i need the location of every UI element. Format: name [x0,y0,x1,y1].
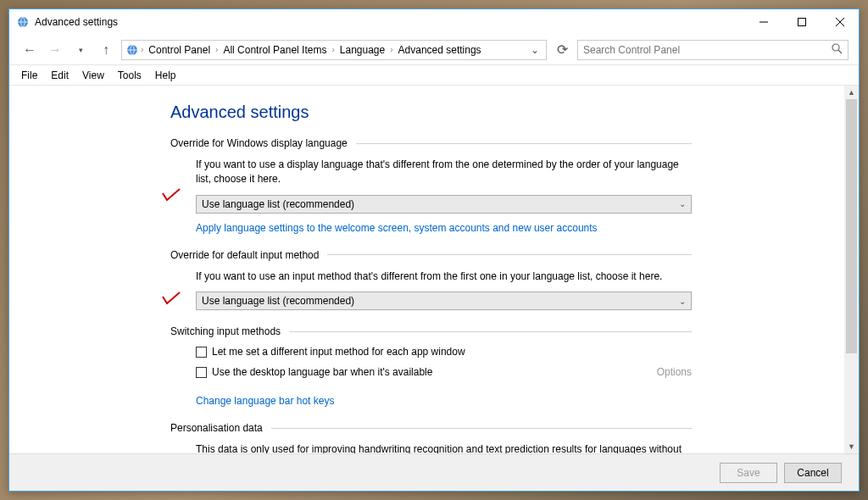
svg-point-6 [832,44,839,51]
menu-help[interactable]: Help [150,68,181,83]
breadcrumb-item[interactable]: Control Panel [145,42,214,58]
chevron-right-icon: › [331,45,334,54]
input-method-desc: If you want to use an input method that'… [196,269,692,284]
save-button[interactable]: Save [720,463,777,483]
chevron-down-icon: ⌄ [679,297,686,306]
back-button[interactable]: ← [19,40,40,60]
scroll-down-icon[interactable]: ▼ [844,440,859,453]
chevron-right-icon: › [141,45,143,54]
breadcrumb-item[interactable]: Language [337,42,388,58]
page-title: Advanced settings [170,103,692,122]
chevron-right-icon: › [390,45,392,54]
section-display-language-header: Override for Windows display language [170,137,692,149]
menu-edit[interactable]: Edit [46,68,74,83]
up-button[interactable]: ↑ [96,40,116,60]
navbar: ← → ▾ ↑ › Control Panel › All Control Pa… [9,35,859,65]
desktop-language-bar-checkbox[interactable] [196,367,207,378]
footer: Save Cancel [9,453,859,491]
search-icon [832,42,843,58]
breadcrumb[interactable]: › Control Panel › All Control Panel Item… [121,40,547,60]
forward-button[interactable]: → [45,40,65,60]
menu-view[interactable]: View [77,68,109,83]
section-input-method-header: Override for default input method [170,249,692,261]
breadcrumb-dropdown-icon[interactable]: ⌄ [527,44,542,56]
personalisation-desc: This data is only used for improving han… [196,442,692,453]
titlebar: Advanced settings [9,9,859,35]
per-app-input-label: Let me set a different input method for … [212,346,465,358]
display-language-desc: If you want to use a display language th… [196,158,692,186]
desktop-language-bar-label: Use the desktop language bar when it's a… [212,366,432,378]
recent-dropdown-icon[interactable]: ▾ [70,40,91,60]
maximize-button[interactable] [782,9,821,35]
input-method-dropdown[interactable]: Use language list (recommended) ⌄ [196,292,692,310]
scroll-up-icon[interactable]: ▲ [844,86,859,99]
refresh-button[interactable]: ⟳ [552,40,572,60]
apply-language-settings-link[interactable]: Apply language settings to the welcome s… [196,222,598,234]
breadcrumb-item[interactable]: Advanced settings [395,42,485,58]
menu-tools[interactable]: Tools [113,68,147,83]
search-input[interactable] [583,44,832,56]
close-button[interactable] [821,9,859,35]
per-app-input-checkbox[interactable] [196,347,207,358]
section-personalisation-header: Personalisation data [170,422,692,434]
minimize-button[interactable] [744,9,782,35]
window-controls [744,9,859,35]
breadcrumb-item[interactable]: All Control Panel Items [220,42,330,58]
chevron-right-icon: › [215,45,218,54]
window-title: Advanced settings [35,16,744,28]
svg-line-7 [838,50,842,53]
scrollbar-thumb[interactable] [846,99,857,353]
menu-file[interactable]: File [16,68,42,83]
control-panel-icon [125,43,139,57]
section-switching-header: Switching input methods [170,325,692,337]
svg-rect-2 [798,19,805,26]
menubar: File Edit View Tools Help [9,65,859,86]
display-language-dropdown[interactable]: Use language list (recommended) ⌄ [196,195,692,214]
options-link[interactable]: Options [657,366,692,378]
search-box[interactable] [577,40,849,60]
window: Advanced settings ← → ▾ ↑ › Control Pane… [8,8,860,492]
chevron-down-icon: ⌄ [679,199,686,208]
change-hotkeys-link[interactable]: Change language bar hot keys [196,395,334,407]
cancel-button[interactable]: Cancel [784,463,842,483]
vertical-scrollbar[interactable]: ▲ ▼ [844,86,859,453]
app-icon [16,15,30,29]
content-area: Advanced settings Override for Windows d… [9,86,844,453]
